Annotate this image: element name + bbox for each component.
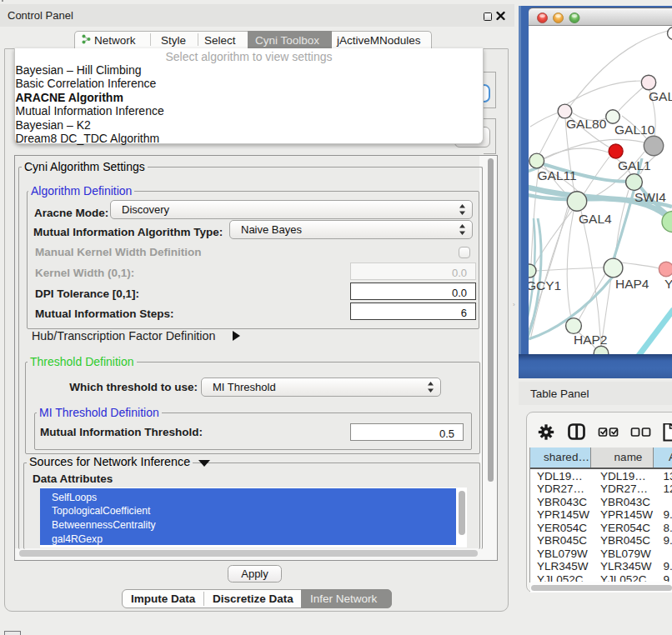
svg-text:GAL11: GAL11 [538, 168, 577, 182]
svg-text:Y: Y [664, 277, 672, 291]
svg-text:GAL10: GAL10 [614, 122, 655, 137]
svg-text:HAP2: HAP2 [574, 332, 608, 347]
svg-text:GCY1: GCY1 [529, 278, 561, 292]
svg-text:SWI4: SWI4 [634, 190, 666, 204]
svg-text:GAL4: GAL4 [579, 212, 612, 226]
svg-text:HAP4: HAP4 [615, 277, 649, 291]
svg-text:GAL80: GAL80 [566, 117, 607, 131]
svg-text:GAL7: GAL7 [649, 89, 672, 103]
svg-text:GAL1: GAL1 [618, 158, 651, 172]
